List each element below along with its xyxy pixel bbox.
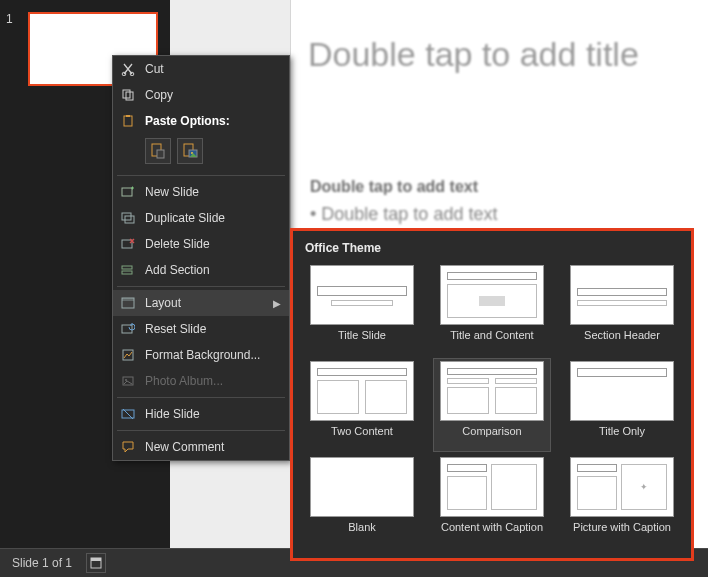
menu-hide-slide[interactable]: Hide Slide (113, 401, 289, 427)
layout-option-two-content[interactable]: Two Content (304, 359, 420, 451)
menu-copy-label: Copy (145, 88, 281, 102)
menu-add-section[interactable]: Add Section (113, 257, 289, 283)
layout-caption: Content with Caption (441, 521, 543, 543)
svg-rect-6 (124, 116, 132, 126)
layout-caption: Title Slide (338, 329, 386, 351)
svg-rect-7 (126, 115, 130, 117)
layout-caption: Picture with Caption (573, 521, 671, 543)
format-background-icon (119, 346, 137, 364)
layout-option-comparison[interactable]: Comparison (434, 359, 550, 451)
layout-option-content-with-caption[interactable]: Content with Caption (434, 455, 550, 547)
svg-rect-1 (91, 558, 101, 561)
menu-photo-album: Photo Album... (113, 368, 289, 394)
svg-rect-17 (122, 266, 132, 269)
layout-option-title-and-content[interactable]: Title and Content (434, 263, 550, 355)
menu-cut-label: Cut (145, 62, 281, 76)
menu-delete-slide-label: Delete Slide (145, 237, 281, 251)
menu-photo-album-label: Photo Album... (145, 374, 281, 388)
layout-flyout: Office Theme Title Slide Title and Conte… (290, 228, 694, 561)
new-comment-icon (119, 438, 137, 456)
title-placeholder[interactable]: Double tap to add title (308, 35, 639, 74)
layout-thumb (570, 265, 674, 325)
notes-button[interactable] (86, 553, 106, 573)
chevron-right-icon: ▶ (273, 298, 281, 309)
copy-icon (119, 86, 137, 104)
svg-rect-13 (122, 188, 132, 196)
menu-separator (117, 286, 285, 287)
layout-option-title-slide[interactable]: Title Slide (304, 263, 420, 355)
menu-reset-slide[interactable]: Reset Slide (113, 316, 289, 342)
cut-icon (119, 60, 137, 78)
photo-album-icon (119, 372, 137, 390)
menu-format-background-label: Format Background... (145, 348, 281, 362)
reset-slide-icon (119, 320, 137, 338)
menu-layout-label: Layout (145, 296, 265, 310)
layout-thumb (310, 361, 414, 421)
menu-paste-options: Paste Options: (113, 108, 289, 134)
menu-new-comment-label: New Comment (145, 440, 281, 454)
delete-slide-icon (119, 235, 137, 253)
layout-thumb (440, 457, 544, 517)
svg-rect-18 (122, 271, 132, 274)
layout-caption: Comparison (462, 425, 521, 447)
add-section-icon (119, 261, 137, 279)
menu-hide-slide-label: Hide Slide (145, 407, 281, 421)
layout-thumb (440, 265, 544, 325)
layout-thumb (310, 265, 414, 325)
paste-icon (119, 112, 137, 130)
body-placeholder-bullet[interactable]: • Double tap to add text (310, 204, 497, 225)
slide-number: 1 (6, 12, 13, 26)
new-slide-icon (119, 183, 137, 201)
layout-option-blank[interactable]: Blank (304, 455, 420, 547)
layout-caption: Two Content (331, 425, 393, 447)
status-slide-counter: Slide 1 of 1 (8, 556, 76, 570)
layout-thumb: ✦ (570, 457, 674, 517)
paste-options-row (113, 134, 289, 172)
menu-paste-options-label: Paste Options: (145, 114, 281, 128)
layout-caption: Blank (348, 521, 376, 543)
layout-thumb (440, 361, 544, 421)
svg-rect-20 (122, 298, 134, 301)
layout-option-picture-with-caption[interactable]: ✦ Picture with Caption (564, 455, 680, 547)
menu-layout[interactable]: Layout ▶ (113, 290, 289, 316)
svg-rect-9 (157, 150, 164, 158)
menu-delete-slide[interactable]: Delete Slide (113, 231, 289, 257)
layout-caption: Title Only (599, 425, 645, 447)
app-root: 1 Double tap to add title Double tap to … (0, 0, 708, 577)
hide-slide-icon (119, 405, 137, 423)
layout-caption: Title and Content (450, 329, 533, 351)
svg-rect-16 (122, 240, 132, 248)
layout-icon (119, 294, 137, 312)
menu-format-background[interactable]: Format Background... (113, 342, 289, 368)
menu-duplicate-slide[interactable]: Duplicate Slide (113, 205, 289, 231)
menu-separator (117, 175, 285, 176)
layout-option-section-header[interactable]: Section Header (564, 263, 680, 355)
slide-context-menu: Cut Copy Paste Options: New Slide Duplic… (112, 55, 290, 461)
menu-add-section-label: Add Section (145, 263, 281, 277)
layout-grid: Title Slide Title and Content Section He… (303, 263, 681, 547)
layout-thumb (310, 457, 414, 517)
menu-duplicate-slide-label: Duplicate Slide (145, 211, 281, 225)
layout-flyout-header: Office Theme (305, 241, 681, 255)
menu-reset-slide-label: Reset Slide (145, 322, 281, 336)
layout-option-title-only[interactable]: Title Only (564, 359, 680, 451)
body-placeholder-heading[interactable]: Double tap to add text (310, 178, 478, 196)
duplicate-slide-icon (119, 209, 137, 227)
menu-new-slide-label: New Slide (145, 185, 281, 199)
menu-copy[interactable]: Copy (113, 82, 289, 108)
paste-use-destination-theme[interactable] (145, 138, 171, 164)
paste-picture[interactable] (177, 138, 203, 164)
layout-caption: Section Header (584, 329, 660, 351)
clipboard-theme-icon (149, 142, 167, 160)
notes-icon (90, 557, 102, 569)
svg-rect-21 (122, 325, 132, 333)
layout-thumb (570, 361, 674, 421)
menu-new-comment[interactable]: New Comment (113, 434, 289, 460)
menu-separator (117, 430, 285, 431)
menu-separator (117, 397, 285, 398)
clipboard-picture-icon (181, 142, 199, 160)
menu-cut[interactable]: Cut (113, 56, 289, 82)
menu-new-slide[interactable]: New Slide (113, 179, 289, 205)
